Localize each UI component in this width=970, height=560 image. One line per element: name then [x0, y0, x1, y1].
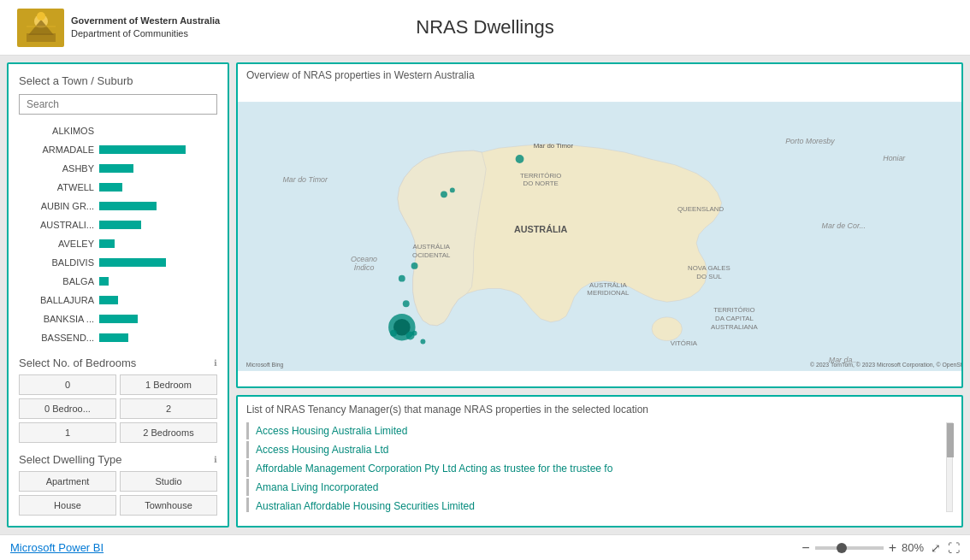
header: Government of Western Australia Departme… [0, 0, 970, 56]
svg-text:DA CAPITAL: DA CAPITAL [715, 315, 754, 322]
zoom-slider[interactable] [815, 546, 884, 550]
tenancy-list-item[interactable]: Amana Living Incorporated [246, 479, 953, 496]
suburb-item[interactable]: ARMADALE [19, 140, 217, 159]
suburb-filter-label: Select a Town / Suburb [19, 74, 217, 87]
svg-point-40 [450, 187, 455, 192]
svg-text:AUSTRÁLIA: AUSTRÁLIA [514, 224, 568, 234]
suburb-item[interactable]: AVELEY [19, 234, 217, 253]
dwelling-filter-btn[interactable]: Studio [120, 471, 217, 492]
suburb-item[interactable]: ASHBY [19, 159, 217, 178]
svg-text:NOVA GALES: NOVA GALES [688, 264, 730, 272]
svg-text:TERRITÓRIO: TERRITÓRIO [713, 306, 754, 314]
logo-area: Government of Western Australia Departme… [17, 9, 220, 47]
svg-text:Oceano: Oceano [351, 255, 377, 263]
suburb-name: BANKSIA ... [22, 314, 99, 324]
zoom-controls: − + 80% [801, 540, 924, 556]
svg-point-35 [390, 330, 397, 337]
suburb-item[interactable]: ALKIMOS [19, 121, 217, 140]
svg-text:Mar do Timor: Mar do Timor [282, 175, 328, 184]
suburb-item[interactable]: AUSTRALI... [19, 215, 217, 234]
svg-text:AUSTRÁLIA: AUSTRÁLIA [412, 243, 450, 251]
suburb-bar [99, 183, 122, 192]
list-scrollbar-thumb[interactable] [947, 423, 954, 457]
logo-image [17, 9, 64, 47]
svg-text:Microsoft Bing: Microsoft Bing [246, 362, 284, 368]
tenancy-list-item[interactable]: Affordable Management Corporation Pty Lt… [246, 460, 953, 477]
bedroom-filter-btn[interactable]: 1 [19, 422, 116, 443]
svg-point-34 [406, 332, 415, 340]
left-panel: Select a Town / Suburb ALKIMOS ARMADALE … [7, 62, 229, 528]
map-title: Overview of NRAS properties in Western A… [238, 64, 961, 86]
suburb-item[interactable]: BALGA [19, 272, 217, 291]
suburb-list[interactable]: ALKIMOS ARMADALE ASHBY ATWELL AUBIN GR..… [19, 121, 217, 346]
suburb-item[interactable]: BANKSIA ... [19, 309, 217, 328]
dwelling-label: Select Dwelling Type ℹ [19, 453, 217, 466]
dwelling-filter-btn[interactable]: Apartment [19, 471, 116, 492]
map-container[interactable]: AUSTRÁLIA AUSTRÁLIA OCIDENTAL AUSTRÁLIA … [238, 86, 961, 386]
expand-icon[interactable]: ⤢ [931, 541, 941, 555]
list-section: List of NRAS Tenancy Manager(s) that man… [236, 395, 963, 528]
bedroom-filter-btn[interactable]: 2 [120, 398, 217, 419]
suburb-item[interactable]: AUBIN GR... [19, 197, 217, 215]
suburb-bar [99, 202, 157, 210]
dwelling-info-icon[interactable]: ℹ [214, 455, 217, 464]
logo-text: Government of Western Australia Departme… [71, 15, 220, 41]
bedrooms-section: Select No. of Bedrooms ℹ 01 Bedroom0 Bed… [19, 357, 217, 443]
tenancy-list[interactable]: Access Housing Australia LimitedAccess H… [246, 422, 953, 512]
suburb-bar [99, 333, 128, 342]
fullscreen-icon[interactable]: ⛶ [948, 541, 960, 555]
tenancy-list-item[interactable]: Australian Affordable Housing Securities… [246, 498, 953, 512]
bedrooms-info-icon[interactable]: ℹ [214, 358, 217, 368]
svg-rect-3 [27, 33, 56, 42]
suburb-item[interactable]: BALLAJURA [19, 291, 217, 309]
suburb-bar [99, 315, 138, 323]
dwelling-filter-btn[interactable]: House [19, 495, 116, 516]
suburb-item[interactable]: BASSEND... [19, 328, 217, 346]
suburb-name: ASHBY [22, 163, 99, 174]
suburb-bar [99, 258, 166, 267]
suburb-bar-container [99, 315, 214, 323]
suburb-bar [99, 239, 115, 248]
powerbi-link[interactable]: Microsoft Power BI [10, 541, 104, 554]
svg-text:Porto Moresby: Porto Moresby [785, 137, 835, 145]
footer-right: − + 80% ⤢ ⛶ [801, 540, 960, 556]
dwelling-section: Select Dwelling Type ℹ ApartmentStudioHo… [19, 453, 217, 516]
suburb-bar-container [99, 258, 214, 267]
svg-point-30 [420, 339, 425, 345]
suburb-bar-container [99, 296, 214, 304]
tenancy-list-item[interactable]: Access Housing Australia Limited [246, 422, 953, 439]
suburb-bar-container [99, 127, 214, 135]
suburb-name: BALLAJURA [22, 295, 99, 305]
suburb-name: AVELEY [22, 239, 99, 249]
suburb-name: ARMADALE [22, 144, 99, 155]
suburb-bar [99, 221, 141, 229]
suburb-bar-container [99, 183, 214, 192]
zoom-plus-button[interactable]: + [889, 540, 896, 556]
bedroom-filter-btn[interactable]: 0 Bedroo... [19, 398, 116, 419]
suburb-bar [99, 277, 109, 286]
svg-text:TERRITÓRIO: TERRITÓRIO [520, 172, 561, 180]
list-scrollbar[interactable] [946, 422, 953, 512]
suburb-name: BASSEND... [22, 333, 99, 343]
svg-point-37 [399, 275, 405, 282]
suburb-bar-container [99, 277, 214, 286]
suburb-bar [99, 296, 118, 304]
tenancy-list-item[interactable]: Access Housing Australia Ltd [246, 441, 953, 458]
svg-point-41 [516, 155, 524, 163]
search-input[interactable] [19, 94, 217, 115]
bedroom-filter-btn[interactable]: 2 Bedrooms [120, 422, 217, 443]
page-title: NRAS Dwellings [416, 16, 553, 38]
bedroom-filter-btn[interactable]: 1 Bedroom [120, 374, 217, 395]
svg-text:VITÓRIA: VITÓRIA [671, 339, 698, 347]
svg-text:AUSTRÁLIA: AUSTRÁLIA [589, 281, 627, 289]
suburb-bar-container [99, 333, 214, 342]
bedroom-filter-btn[interactable]: 0 [19, 374, 116, 395]
zoom-minus-button[interactable]: − [801, 540, 809, 556]
zoom-level: 80% [902, 541, 924, 554]
svg-point-36 [403, 300, 410, 307]
svg-text:QUEENSLAND: QUEENSLAND [677, 205, 724, 213]
dwelling-filter-btn[interactable]: Townhouse [120, 495, 217, 516]
suburb-item[interactable]: BALDIVIS [19, 253, 217, 272]
suburb-item[interactable]: ATWELL [19, 178, 217, 197]
svg-text:Mar de Cor...: Mar de Cor... [822, 221, 866, 230]
